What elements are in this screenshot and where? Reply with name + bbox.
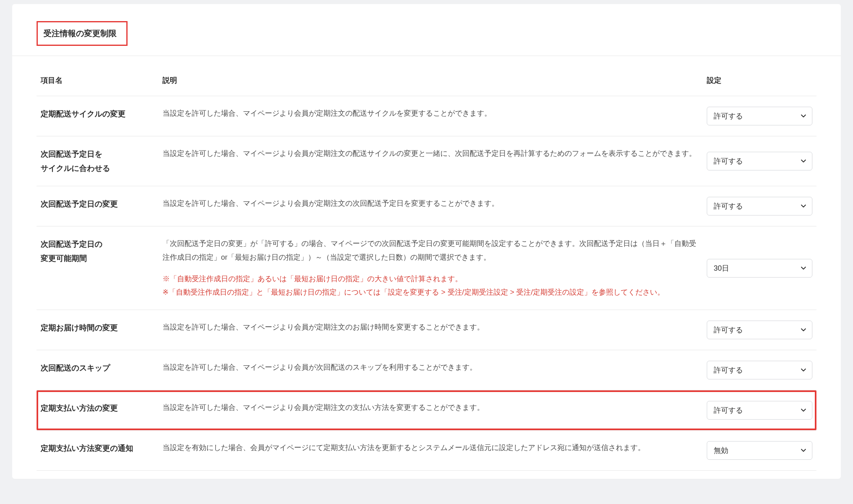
table-row: 定期支払い方法変更の通知当設定を有効にした場合、会員がマイページにて定期支払い方… <box>37 431 816 471</box>
row-setting: 許可する <box>703 350 816 390</box>
settings-table: 項目名 説明 設定 定期配送サイクルの変更当設定を許可した場合、マイページより会… <box>37 68 816 471</box>
highlighted-row-box: 定期支払い方法の変更当設定を許可した場合、マイページより会員が定期注文の支払い方… <box>37 390 816 430</box>
select-wrap: 許可する <box>707 197 812 215</box>
row-setting: 許可する <box>703 310 816 350</box>
row-desc: 当設定を許可した場合、マイページより会員が定期注文のお届け時間を変更することがで… <box>158 310 703 350</box>
section-title-highlight: 受注情報の変更制限 <box>37 21 128 46</box>
row-setting: 許可する <box>703 186 816 226</box>
table-row: 定期支払い方法の変更当設定を許可した場合、マイページより会員が定期注文の支払い方… <box>37 390 816 431</box>
row-name: 定期支払い方法変更の通知 <box>37 431 158 471</box>
row-setting: 無効 <box>703 431 816 471</box>
table-row: 定期お届け時間の変更当設定を許可した場合、マイページより会員が定期注文のお届け時… <box>37 310 816 350</box>
setting-select[interactable]: 許可する <box>707 152 812 170</box>
setting-select[interactable]: 許可する <box>707 401 812 420</box>
card-header: 受注情報の変更制限 <box>12 4 841 56</box>
row-name: 次回配送予定日の変更 <box>37 186 158 226</box>
row-setting: 許可する <box>703 96 816 136</box>
header-desc: 説明 <box>158 68 703 96</box>
row-setting: 許可する <box>703 136 816 186</box>
table-row: 定期配送サイクルの変更当設定を許可した場合、マイページより会員が定期注文の配送サ… <box>37 96 816 136</box>
select-wrap: 許可する <box>707 401 812 420</box>
setting-select[interactable]: 無効 <box>707 441 812 460</box>
select-wrap: 30日 <box>707 259 812 278</box>
row-desc: 「次回配送予定日の変更」が「許可する」の場合、マイページでの次回配送予定日の変更… <box>158 226 703 310</box>
row-name: 定期支払い方法の変更 <box>38 392 158 429</box>
table-row: 次回配送のスキップ当設定を許可した場合、マイページより会員が次回配送のスキップを… <box>37 350 816 390</box>
select-wrap: 許可する <box>707 361 812 379</box>
row-desc: 当設定を許可した場合、マイページより会員が定期注文の次回配送予定日を変更すること… <box>158 186 703 226</box>
row-name: 定期配送サイクルの変更 <box>37 96 158 136</box>
setting-select[interactable]: 許可する <box>707 361 812 379</box>
setting-select[interactable]: 許可する <box>707 107 812 125</box>
setting-select[interactable]: 30日 <box>707 259 812 278</box>
row-desc: 当設定を許可した場合、マイページより会員が定期注文の支払い方法を変更することがで… <box>158 392 703 429</box>
settings-card: 受注情報の変更制限 項目名 説明 設定 定期配送サイクルの変更当設定を許可した場… <box>12 4 841 479</box>
select-wrap: 許可する <box>707 107 812 125</box>
content-area: 項目名 説明 設定 定期配送サイクルの変更当設定を許可した場合、マイページより会… <box>12 56 841 475</box>
row-name: 次回配送予定日の 変更可能期間 <box>37 226 158 310</box>
row-name: 定期お届け時間の変更 <box>37 310 158 350</box>
header-name: 項目名 <box>37 68 158 96</box>
select-wrap: 許可する <box>707 152 812 170</box>
setting-select[interactable]: 許可する <box>707 321 812 339</box>
row-desc: 当設定を許可した場合、マイページより会員が次回配送のスキップを利用することができ… <box>158 350 703 390</box>
row-setting: 許可する <box>703 392 815 429</box>
table-row: 次回配送予定日を サイクルに合わせる当設定を許可した場合、マイページより会員が定… <box>37 136 816 186</box>
row-note: ※「自動受注作成日の指定」あるいは「最短お届け日の指定」の大きい値で計算されます… <box>162 272 699 299</box>
table-row: 次回配送予定日の変更当設定を許可した場合、マイページより会員が定期注文の次回配送… <box>37 186 816 226</box>
row-desc: 当設定を許可した場合、マイページより会員が定期注文の配送サイクルを変更することが… <box>158 96 703 136</box>
select-wrap: 許可する <box>707 321 812 339</box>
row-setting: 30日 <box>703 226 816 310</box>
select-wrap: 無効 <box>707 441 812 460</box>
row-desc: 当設定を有効にした場合、会員がマイページにて定期支払い方法を更新するとシステムメ… <box>158 431 703 471</box>
setting-select[interactable]: 許可する <box>707 197 812 215</box>
row-desc: 当設定を許可した場合、マイページより会員が定期注文の配送サイクルの変更と一緒に、… <box>158 136 703 186</box>
table-row: 次回配送予定日の 変更可能期間「次回配送予定日の変更」が「許可する」の場合、マイ… <box>37 226 816 310</box>
section-title: 受注情報の変更制限 <box>43 29 117 38</box>
header-setting: 設定 <box>703 68 816 96</box>
row-name: 次回配送予定日を サイクルに合わせる <box>37 136 158 186</box>
row-name: 次回配送のスキップ <box>37 350 158 390</box>
